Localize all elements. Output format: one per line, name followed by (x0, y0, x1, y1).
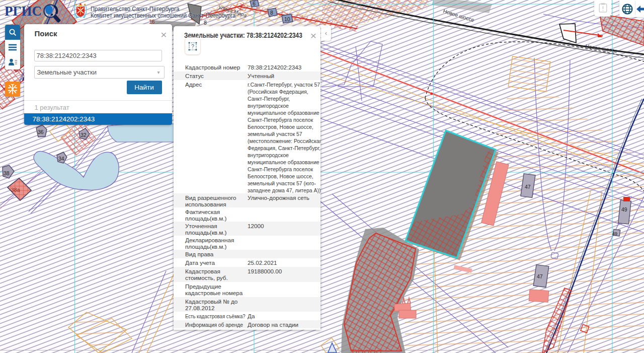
svg-text:32: 32 (80, 132, 87, 138)
svg-text:38: 38 (4, 170, 10, 176)
svg-text:?: ? (191, 44, 194, 49)
svg-text:47: 47 (525, 184, 531, 190)
svg-text:49: 49 (621, 206, 627, 213)
svg-text:47: 47 (537, 273, 543, 279)
svg-text:34: 34 (58, 156, 64, 162)
svg-text:49: 49 (612, 231, 617, 236)
svg-text:36: 36 (38, 129, 44, 135)
svg-text:38а: 38а (11, 187, 20, 193)
